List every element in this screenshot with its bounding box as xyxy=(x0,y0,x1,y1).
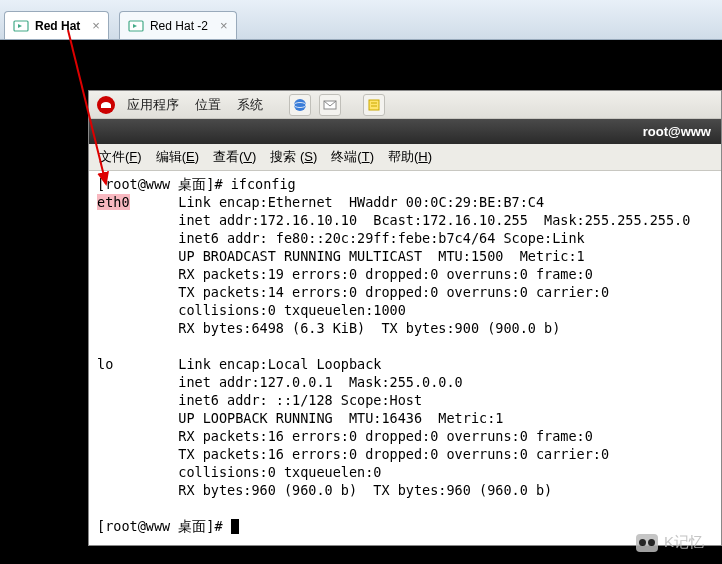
eth0-highlight: eth0 xyxy=(97,194,130,210)
window-titlebar[interactable]: root@www xyxy=(89,119,721,144)
mail-icon[interactable] xyxy=(319,94,341,116)
eth0-line: RX bytes:6498 (6.3 KiB) TX bytes:900 (90… xyxy=(178,320,560,336)
menu-file[interactable]: 文件(F) xyxy=(99,148,142,166)
menu-edit[interactable]: 编辑(E) xyxy=(156,148,199,166)
terminal-output[interactable]: [root@www 桌面]# ifconfig eth0 Link encap:… xyxy=(89,171,721,545)
lo-line: collisions:0 txqueuelen:0 xyxy=(178,464,381,480)
eth0-line: collisions:0 txqueuelen:1000 xyxy=(178,302,406,318)
outer-tab-label: Red Hat xyxy=(35,19,80,33)
menu-view[interactable]: 查看(V) xyxy=(213,148,256,166)
lo-line: inet6 addr: ::1/128 Scope:Host xyxy=(178,392,422,408)
terminal-window: 应用程序 位置 系统 root@www 文件(F) 编辑(E) 查看(V) 搜索… xyxy=(88,90,722,546)
redhat-logo-icon xyxy=(97,96,115,114)
lo-line: RX bytes:960 (960.0 b) TX bytes:960 (960… xyxy=(178,482,552,498)
prompt-line: [root@www 桌面]# xyxy=(97,518,231,534)
lo-line: Link encap:Local Loopback xyxy=(178,356,381,372)
eth0-line: UP BROADCAST RUNNING MULTICAST MTU:1500 … xyxy=(178,248,584,264)
wechat-icon xyxy=(636,534,658,552)
eth0-line: Link encap:Ethernet HWaddr 00:0C:29:BE:B… xyxy=(178,194,544,210)
lo-line: TX packets:16 errors:0 dropped:0 overrun… xyxy=(178,446,609,462)
desktop-background: 应用程序 位置 系统 root@www 文件(F) 编辑(E) 查看(V) 搜索… xyxy=(0,40,722,564)
panel-system[interactable]: 系统 xyxy=(233,94,267,116)
outer-tab-redhat-1[interactable]: Red Hat × xyxy=(4,11,109,39)
eth0-line: TX packets:14 errors:0 dropped:0 overrun… xyxy=(178,284,609,300)
outer-tab-bar: Red Hat × Red Hat -2 × xyxy=(0,0,722,40)
outer-tab-label: Red Hat -2 xyxy=(150,19,208,33)
eth0-line: inet addr:172.16.10.10 Bcast:172.16.10.2… xyxy=(178,212,690,228)
close-icon[interactable]: × xyxy=(220,18,228,33)
panel-places[interactable]: 位置 xyxy=(191,94,225,116)
menubar: 文件(F) 编辑(E) 查看(V) 搜索 (S) 终端(T) 帮助(H) xyxy=(89,144,721,171)
eth0-line: inet6 addr: fe80::20c:29ff:febe:b7c4/64 … xyxy=(178,230,584,246)
panel-applications[interactable]: 应用程序 xyxy=(123,94,183,116)
close-icon[interactable]: × xyxy=(92,18,100,33)
lo-line: RX packets:16 errors:0 dropped:0 overrun… xyxy=(178,428,593,444)
eth0-line: RX packets:19 errors:0 dropped:0 overrun… xyxy=(178,266,593,282)
gnome-panel: 应用程序 位置 系统 xyxy=(89,91,721,119)
lo-line: inet addr:127.0.0.1 Mask:255.0.0.0 xyxy=(178,374,462,390)
svg-rect-9 xyxy=(369,100,379,110)
lo-line: UP LOOPBACK RUNNING MTU:16436 Metric:1 xyxy=(178,410,503,426)
menu-search[interactable]: 搜索 (S) xyxy=(270,148,317,166)
outer-tab-redhat-2[interactable]: Red Hat -2 × xyxy=(119,11,237,39)
lo-label: lo xyxy=(97,356,113,372)
prompt-line: [root@www 桌面]# ifconfig xyxy=(97,176,296,192)
vm-icon xyxy=(128,18,144,34)
svg-point-6 xyxy=(294,99,306,111)
terminal-cursor xyxy=(231,519,239,534)
menu-help[interactable]: 帮助(H) xyxy=(388,148,432,166)
vm-icon xyxy=(13,18,29,34)
watermark: K记忆 xyxy=(636,533,704,552)
notes-icon[interactable] xyxy=(363,94,385,116)
window-title: root@www xyxy=(643,124,711,139)
menu-terminal[interactable]: 终端(T) xyxy=(331,148,374,166)
watermark-text: K记忆 xyxy=(664,533,704,552)
browser-icon[interactable] xyxy=(289,94,311,116)
